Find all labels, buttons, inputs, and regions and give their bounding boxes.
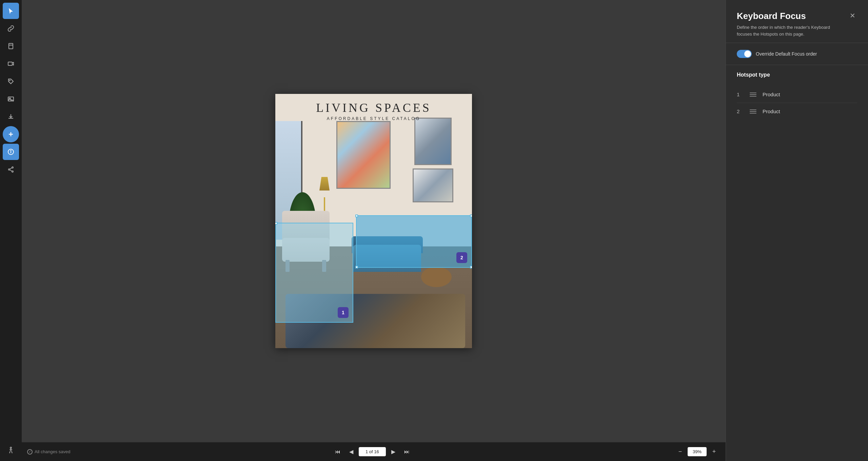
status-area: ✓ All changes saved <box>27 449 71 455</box>
hotspot-2-resize-tl[interactable] <box>355 215 358 217</box>
status-text: All changes saved <box>35 449 71 454</box>
drag-line <box>750 109 756 110</box>
right-panel: Keyboard Focus Define the order in which… <box>726 0 868 461</box>
hotspot-drag-handle-2[interactable] <box>749 109 757 114</box>
toggle-knob <box>744 51 751 57</box>
hotspot-drag-handle-1[interactable] <box>749 92 757 97</box>
link-tool-icon[interactable] <box>3 20 19 37</box>
last-page-button[interactable]: ⏭ <box>401 446 413 458</box>
panel-title: Keyboard Focus <box>737 11 832 21</box>
status-check-icon: ✓ <box>27 449 33 455</box>
svg-rect-1 <box>8 62 12 65</box>
catalog-title-area: LIVING SPACES AFFORDABLE STYLE CATALOG <box>275 101 472 121</box>
canvas-area[interactable]: LIVING SPACES AFFORDABLE STYLE CATALOG <box>22 0 726 442</box>
prev-page-button[interactable]: ◀ <box>345 446 357 458</box>
hotspot-2-resize-br[interactable] <box>470 266 472 268</box>
info-tool-icon[interactable] <box>3 144 19 160</box>
hotspot-number-1: 1 <box>737 92 744 97</box>
hotspot-1-resize-handle[interactable] <box>275 222 277 225</box>
page-tool-icon[interactable] <box>3 38 19 54</box>
coffee-table <box>421 267 452 287</box>
hotspot-type-name-2: Product <box>763 108 780 114</box>
video-tool-icon[interactable] <box>3 56 19 72</box>
svg-rect-0 <box>9 43 13 49</box>
hotspot-2[interactable]: 2 <box>356 215 472 268</box>
drag-line <box>750 96 756 97</box>
toggle-row: Override Default Focus order <box>737 50 857 58</box>
hotspot-1-label: 1 <box>338 307 349 318</box>
download-tool-icon[interactable] <box>3 108 19 125</box>
next-page-button[interactable]: ▶ <box>387 446 399 458</box>
zoom-value: 39% <box>688 447 707 456</box>
hotspot-2-resize-bl[interactable] <box>355 266 358 268</box>
page-navigation: ⏮ ◀ 1 of 16 ▶ ⏭ <box>332 446 413 458</box>
add-circle-tool-icon[interactable] <box>3 126 19 142</box>
image-tool-icon[interactable] <box>3 91 19 107</box>
zoom-out-button[interactable]: − <box>674 446 686 458</box>
svg-point-9 <box>12 171 13 172</box>
close-panel-button[interactable]: ✕ <box>848 11 857 20</box>
panel-header: Keyboard Focus Define the order in which… <box>726 0 868 43</box>
catalog-title: LIVING SPACES <box>275 101 472 115</box>
lamp-head <box>319 177 330 191</box>
override-focus-toggle[interactable] <box>737 50 752 58</box>
page-indicator: 1 of 16 <box>359 447 386 456</box>
panel-description: Define the order in which the reader's K… <box>737 24 832 37</box>
drag-line <box>750 93 756 93</box>
svg-point-10 <box>10 447 12 448</box>
hotspot-type-name-1: Product <box>763 92 780 97</box>
left-sidebar <box>0 0 22 461</box>
wall-art-2 <box>414 118 452 165</box>
wall-art-3 <box>413 168 453 202</box>
share-tool-icon[interactable] <box>3 161 19 178</box>
drag-line <box>750 111 756 112</box>
svg-point-7 <box>8 169 10 170</box>
drag-line <box>750 94 756 95</box>
hotspot-1[interactable]: 1 <box>275 223 353 323</box>
zoom-in-button[interactable]: + <box>708 446 720 458</box>
tag-tool-icon[interactable] <box>3 73 19 89</box>
hotspot-2-resize-tr[interactable] <box>470 215 472 217</box>
wall-art-1 <box>336 121 391 189</box>
page-canvas: LIVING SPACES AFFORDABLE STYLE CATALOG <box>275 94 472 348</box>
cursor-tool-icon[interactable] <box>3 3 19 19</box>
accessibility-tool-icon[interactable] <box>3 442 19 458</box>
svg-point-2 <box>9 80 10 81</box>
hotspot-type-title: Hotspot type <box>737 72 857 78</box>
hotspot-type-section: Hotspot type <box>726 65 868 86</box>
bottom-bar: ✓ All changes saved ⏮ ◀ 1 of 16 ▶ ⏭ − 39… <box>22 442 726 461</box>
hotspot-2-label: 2 <box>456 252 467 263</box>
hotspot-item-1: 1 Product <box>737 86 857 103</box>
svg-point-6 <box>11 151 11 151</box>
catalog-subtitle: AFFORDABLE STYLE CATALOG <box>275 116 472 121</box>
drag-line <box>750 113 756 114</box>
svg-point-8 <box>12 167 13 168</box>
zoom-controls: − 39% + <box>674 446 720 458</box>
first-page-button[interactable]: ⏮ <box>332 446 344 458</box>
toggle-section: Override Default Focus order <box>726 43 868 65</box>
hotspot-list: 1 Product 2 Product <box>726 86 868 120</box>
hotspot-number-2: 2 <box>737 108 744 114</box>
hotspot-item-2: 2 Product <box>737 103 857 120</box>
toggle-label: Override Default Focus order <box>756 51 817 57</box>
main-area: LIVING SPACES AFFORDABLE STYLE CATALOG <box>22 0 726 461</box>
